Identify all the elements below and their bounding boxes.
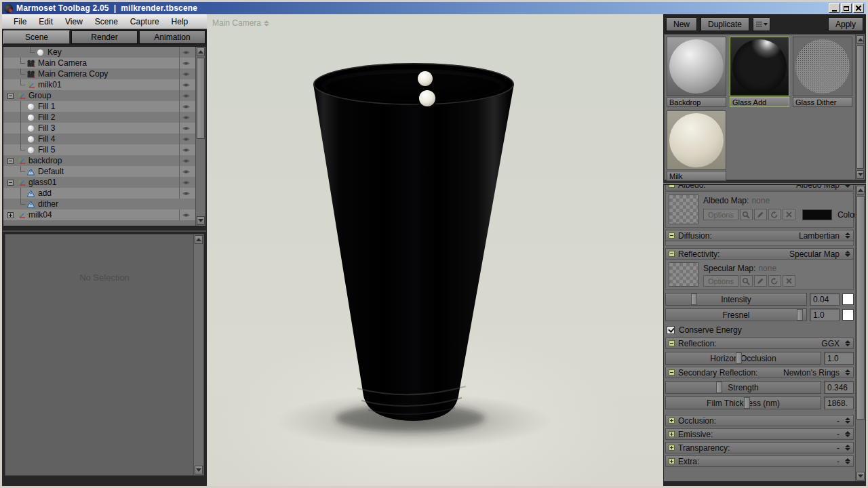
map-reload-button[interactable] xyxy=(768,209,781,220)
map-edit-button[interactable] xyxy=(754,275,767,287)
intensity-slider[interactable]: Intensity xyxy=(665,293,807,306)
fresnel-slider[interactable]: Fresnel xyxy=(665,308,807,321)
scroll-up-icon[interactable] xyxy=(856,35,864,44)
scroll-thumb[interactable] xyxy=(856,196,865,420)
menu-file[interactable]: File xyxy=(7,17,33,26)
strength-value[interactable]: 0.346 xyxy=(824,381,854,394)
spinner-icon[interactable] xyxy=(845,431,850,437)
material-thumb-backdrop[interactable]: Backdrop xyxy=(667,37,726,107)
visibility-eye-icon[interactable] xyxy=(179,79,193,90)
menu-capture[interactable]: Capture xyxy=(124,17,165,26)
expand-icon[interactable] xyxy=(669,418,675,424)
emissive-header[interactable]: Emissive: - xyxy=(665,428,854,440)
scroll-down-icon[interactable] xyxy=(197,216,205,225)
visibility-eye-icon[interactable] xyxy=(179,188,193,199)
strength-slider[interactable]: Strength xyxy=(665,381,821,394)
expand-toggle[interactable] xyxy=(7,212,14,218)
scroll-thumb[interactable] xyxy=(197,58,205,139)
albedo-color-swatch[interactable] xyxy=(802,209,832,220)
properties-scrollbar[interactable] xyxy=(855,185,865,481)
spinner-icon[interactable] xyxy=(845,418,850,424)
spinner-icon[interactable] xyxy=(845,340,850,346)
browser-menu-button[interactable] xyxy=(753,18,770,31)
scroll-thumb[interactable] xyxy=(856,45,864,169)
map-reload-button[interactable] xyxy=(768,275,781,287)
visibility-eye-icon[interactable] xyxy=(179,134,193,144)
visibility-eye-icon[interactable] xyxy=(179,90,193,101)
visibility-eye-icon[interactable] xyxy=(179,209,193,220)
selection-scrollbar[interactable] xyxy=(193,235,203,475)
tree-row[interactable]: Main Camera Copy xyxy=(3,68,195,79)
scroll-down-icon[interactable] xyxy=(195,466,203,474)
tree-row[interactable]: Fill 5 xyxy=(3,144,195,155)
reflectivity-header[interactable]: Reflectivity: Specular Map xyxy=(665,248,854,260)
tree-row[interactable]: milk01 xyxy=(3,79,195,90)
menu-help[interactable]: Help xyxy=(165,17,195,26)
fresnel-color-swatch[interactable] xyxy=(842,309,854,321)
menu-scene[interactable]: Scene xyxy=(89,17,124,26)
scroll-down-icon[interactable] xyxy=(856,472,865,481)
tree-row[interactable]: Fill 4 xyxy=(3,134,195,144)
collapse-icon[interactable] xyxy=(669,369,675,375)
minimize-button[interactable] xyxy=(829,3,840,13)
visibility-eye-icon[interactable] xyxy=(179,101,193,112)
apply-material-button[interactable]: Apply xyxy=(828,18,863,31)
slider-handle[interactable] xyxy=(716,382,722,393)
tree-row[interactable]: add xyxy=(3,188,195,199)
tree-row[interactable]: backdrop xyxy=(3,155,195,166)
visibility-eye-icon[interactable] xyxy=(179,58,193,68)
conserve-energy-checkbox[interactable] xyxy=(667,326,675,334)
visibility-eye-icon[interactable] xyxy=(179,112,193,123)
tab-animation[interactable]: Animation xyxy=(139,30,205,44)
spinner-icon[interactable] xyxy=(845,251,850,257)
tree-row[interactable]: milk04 xyxy=(3,209,195,220)
visibility-eye-icon[interactable] xyxy=(179,177,193,188)
tree-scrollbar[interactable] xyxy=(195,47,205,226)
visibility-eye-icon[interactable] xyxy=(179,123,193,134)
expand-icon[interactable] xyxy=(669,431,675,437)
collapse-icon[interactable] xyxy=(669,232,675,239)
expand-icon[interactable] xyxy=(669,458,675,464)
spinner-icon[interactable] xyxy=(845,369,850,375)
intensity-color-swatch[interactable] xyxy=(842,293,854,305)
visibility-eye-icon[interactable] xyxy=(179,68,193,79)
tree-row[interactable]: Key xyxy=(3,47,195,58)
new-material-button[interactable]: New xyxy=(666,18,697,31)
spinner-icon[interactable] xyxy=(845,185,850,188)
menu-view[interactable]: View xyxy=(59,17,89,26)
material-thumb-glass-add[interactable]: Glass Add xyxy=(730,37,789,107)
slider-handle[interactable] xyxy=(691,293,697,305)
title-bar[interactable]: Marmoset Toolbag 2.05|milkrender.tbscene xyxy=(2,2,866,14)
reflection-header[interactable]: Reflection: GGX xyxy=(665,338,854,349)
spinner-icon[interactable] xyxy=(845,445,850,451)
map-clear-button[interactable] xyxy=(783,275,795,287)
tree-row[interactable]: glass01 xyxy=(3,177,195,188)
intensity-value[interactable]: 0.04 xyxy=(810,293,840,306)
scroll-up-icon[interactable] xyxy=(197,47,205,56)
transparency-header[interactable]: Transparency: - xyxy=(665,442,854,453)
maximize-button[interactable] xyxy=(841,3,852,13)
close-button[interactable] xyxy=(853,3,864,13)
diffusion-header[interactable]: Diffusion: Lambertian xyxy=(665,230,854,241)
slider-handle[interactable] xyxy=(797,309,803,321)
menu-edit[interactable]: Edit xyxy=(33,17,59,26)
slider-handle[interactable] xyxy=(744,397,750,409)
tree-row[interactable]: Fill 2 xyxy=(3,112,195,123)
viewport-3d[interactable]: Main Camera xyxy=(207,14,663,486)
map-edit-button[interactable] xyxy=(754,209,767,220)
tree-row[interactable]: Default xyxy=(3,166,195,177)
spinner-icon[interactable] xyxy=(845,458,850,464)
scroll-down-icon[interactable] xyxy=(856,170,864,179)
extra-header[interactable]: Extra: - xyxy=(665,455,854,467)
collapse-icon[interactable] xyxy=(669,251,675,257)
map-search-button[interactable] xyxy=(740,209,753,220)
viewport-camera-label[interactable]: Main Camera xyxy=(212,18,269,28)
secondary-reflection-header[interactable]: Secondary Reflection: Newton's Rings xyxy=(665,367,854,378)
map-options-button[interactable]: Options xyxy=(703,209,738,220)
visibility-eye-icon[interactable] xyxy=(179,155,193,166)
collapse-toggle[interactable] xyxy=(7,180,14,186)
specular-map-thumbnail[interactable] xyxy=(669,262,698,287)
tree-row[interactable]: Group xyxy=(3,90,195,101)
tree-row[interactable]: Fill 3 xyxy=(3,123,195,134)
collapse-icon[interactable] xyxy=(669,340,675,346)
